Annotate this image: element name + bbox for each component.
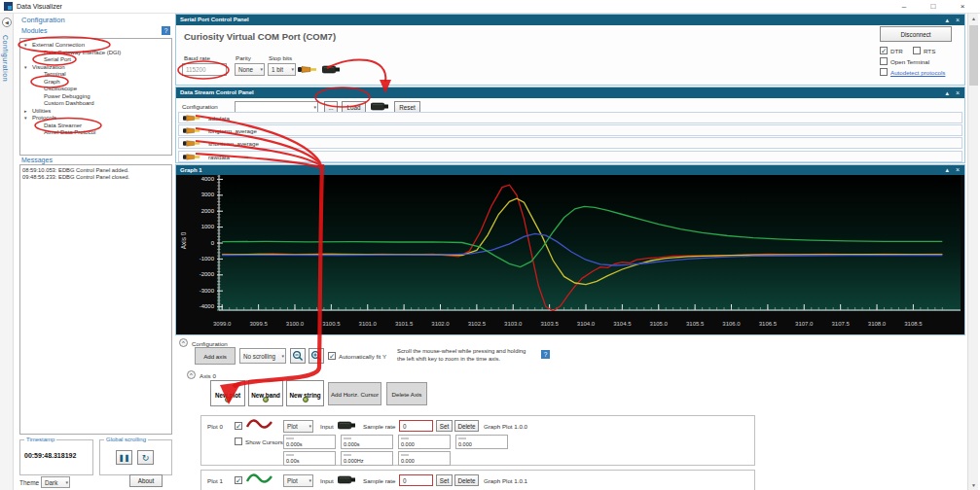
- plot0-input-socket-icon[interactable]: [338, 421, 355, 431]
- tree-item-custom-dashboard[interactable]: Custom Dashboard: [20, 100, 171, 108]
- stat-value: 0.000: [458, 441, 472, 447]
- plot0-show-cursors-checkbox[interactable]: [235, 438, 242, 445]
- maximize-icon[interactable]: □: [925, 1, 942, 13]
- autodetect-link[interactable]: Autodetect protocols: [890, 69, 945, 76]
- close-panel-icon[interactable]: ×: [956, 165, 960, 175]
- sidebar-tab-configuration[interactable]: Configuration: [2, 35, 9, 82]
- plot1-input-label: Input: [320, 477, 334, 484]
- plot1-input-socket-icon[interactable]: [338, 475, 355, 485]
- graph-plot-area[interactable]: Axis 0 40003000200010000-1000-2000-3000-…: [177, 175, 963, 334]
- graph-panel-title: Graph 1: [180, 167, 202, 173]
- plot1-delete-button[interactable]: Delete: [454, 474, 479, 486]
- plot0-delete-button[interactable]: Delete: [454, 420, 479, 432]
- stream-socket-icon[interactable]: [371, 102, 388, 112]
- tree-item-data-gateway-interface-dgi-[interactable]: Data Gateway Interface (DGI): [20, 50, 171, 57]
- graph-panel-header[interactable]: Graph 1 ▴ ×: [176, 165, 964, 175]
- serial-plug-icon[interactable]: [298, 65, 318, 75]
- pause-button[interactable]: ❚❚: [116, 450, 132, 465]
- scroll-up-icon[interactable]: ▲: [968, 16, 979, 21]
- new-string-button[interactable]: New string: [286, 380, 324, 406]
- cursor-stat-box: 0.000: [455, 435, 508, 449]
- tree-item-visualization[interactable]: ▾Visualization: [20, 64, 171, 72]
- led-icon: [263, 397, 269, 402]
- stat-label: [401, 454, 409, 456]
- hint-help-icon[interactable]: ?: [541, 350, 550, 359]
- disconnect-button[interactable]: Disconnect: [880, 26, 952, 42]
- plot1-enable-checkbox[interactable]: ✓: [235, 476, 242, 484]
- tree-item-graph[interactable]: Graph: [20, 79, 171, 87]
- graph-canvas[interactable]: [217, 175, 961, 311]
- tree-item-oscilloscope[interactable]: Oscilloscope: [20, 86, 171, 93]
- plot1-set-button[interactable]: Set: [436, 474, 453, 486]
- rts-checkbox[interactable]: [913, 47, 921, 54]
- configuration-collapse-button[interactable]: ^: [179, 338, 188, 347]
- zoom-out-button[interactable]: [290, 348, 306, 364]
- plot0-set-button[interactable]: Set: [436, 420, 453, 432]
- zoom-in-button[interactable]: [309, 348, 324, 364]
- tree-item-power-debugging[interactable]: Power Debugging: [20, 93, 171, 101]
- add-axis-button[interactable]: Add axis: [195, 347, 236, 365]
- serial-panel-header[interactable]: Serial Port Control Panel ▴ ×: [176, 15, 964, 25]
- collapse-panel-icon[interactable]: ▴: [945, 15, 949, 25]
- close-icon[interactable]: ×: [954, 1, 971, 13]
- tree-item-utilities[interactable]: ▸Utilities: [20, 108, 171, 116]
- axis0-section-title: Axis 0: [200, 372, 216, 379]
- data-visualizer-window: Data Visualizer – □ × ◀ Configuration Co…: [0, 0, 980, 490]
- stream-plug-icon[interactable]: [183, 126, 201, 136]
- new-band-button[interactable]: New band: [248, 380, 283, 406]
- chevron-down-icon: ▾: [313, 104, 316, 110]
- add-horiz-cursor-button[interactable]: Add Horiz. Cursor: [328, 382, 381, 405]
- plot1-rate-input[interactable]: 0: [399, 474, 433, 486]
- new-plot-button[interactable]: New plot: [210, 380, 245, 406]
- close-panel-icon[interactable]: ×: [956, 88, 960, 98]
- dtr-checkbox[interactable]: ✓: [880, 47, 888, 54]
- stream-plug-icon[interactable]: [183, 139, 201, 149]
- tree-collapsed-icon[interactable]: ▸: [24, 108, 27, 116]
- close-panel-icon[interactable]: ×: [956, 15, 960, 25]
- tree-item-serial-port[interactable]: Serial Port: [20, 56, 171, 64]
- autodetect-checkbox[interactable]: [880, 68, 888, 76]
- stream-plug-icon[interactable]: [183, 114, 201, 123]
- parity-select[interactable]: None▾: [235, 63, 265, 76]
- stream-plug-icon[interactable]: [183, 153, 201, 162]
- open-terminal-checkbox[interactable]: [880, 57, 888, 65]
- collapse-panel-icon[interactable]: ▴: [945, 88, 949, 98]
- x-tick-label: 3105.5: [680, 321, 709, 327]
- collapse-panel-icon[interactable]: ▴: [945, 165, 949, 175]
- scroll-down-icon[interactable]: ▼: [968, 482, 979, 488]
- tree-item-external-connection[interactable]: ▾External Connection: [20, 42, 171, 50]
- modules-help-icon[interactable]: ?: [162, 26, 170, 35]
- stat-label: [458, 438, 466, 439]
- tree-expanded-icon[interactable]: ▾: [24, 115, 27, 122]
- messages-log[interactable]: 08:59:10.053: EDBG Control Panel added.0…: [19, 164, 172, 435]
- tree-item-atmel-data-protocol[interactable]: Atmel Data Protocol: [20, 129, 171, 137]
- minimize-icon[interactable]: –: [895, 1, 913, 13]
- timestamp-value: 00:59:48.318192: [24, 452, 76, 459]
- stat-label: [286, 454, 294, 456]
- delete-axis-button[interactable]: Delete Axis: [386, 382, 427, 405]
- plot0-type-select[interactable]: Plot▾: [283, 420, 313, 433]
- serial-socket-icon[interactable]: [322, 65, 340, 75]
- about-button[interactable]: About: [129, 474, 163, 487]
- stat-label: [286, 438, 294, 439]
- scrollbar-thumb[interactable]: [969, 25, 978, 86]
- baud-rate-input[interactable]: 115200: [182, 63, 227, 76]
- plot0-enable-checkbox[interactable]: ✓: [235, 422, 242, 430]
- plot0-rate-input[interactable]: 0: [399, 420, 433, 432]
- vertical-scrollbar[interactable]: ▲ ▼: [967, 14, 978, 490]
- stream-panel-header[interactable]: Data Stream Control Panel ▴ ×: [176, 88, 964, 98]
- theme-select[interactable]: Dark▾: [41, 476, 70, 488]
- x-tick-label: 3103.0: [498, 321, 527, 327]
- auto-fit-y-checkbox[interactable]: ✓: [328, 352, 336, 360]
- scroll-mode-select[interactable]: No scrolling▾: [239, 348, 286, 364]
- tree-expanded-icon[interactable]: ▾: [24, 42, 27, 50]
- tree-item-data-streamer[interactable]: Data Streamer: [20, 122, 171, 130]
- axis0-collapse-button[interactable]: ^: [187, 370, 196, 379]
- tree-expanded-icon[interactable]: ▾: [24, 64, 27, 72]
- stop-bits-select[interactable]: 1 bit▾: [268, 63, 296, 76]
- tree-item-terminal[interactable]: Terminal: [20, 71, 171, 79]
- plot1-type-select[interactable]: Plot▾: [283, 474, 313, 487]
- refresh-button[interactable]: ↻: [137, 450, 154, 465]
- tree-item-protocols[interactable]: ▾Protocols: [20, 115, 171, 122]
- sidebar-collapse-button[interactable]: ◀: [2, 18, 12, 27]
